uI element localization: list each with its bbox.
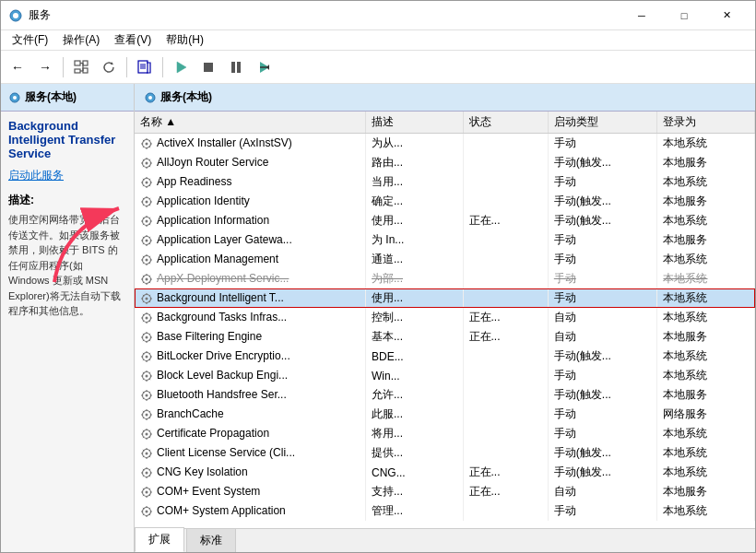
maximize-button[interactable]: □ bbox=[663, 1, 705, 30]
service-name-cell: ActiveX Installer (AxInstSV) bbox=[135, 134, 366, 154]
service-gear-icon bbox=[140, 137, 153, 150]
tab-extend[interactable]: 扩展 bbox=[135, 527, 184, 552]
play-button[interactable] bbox=[168, 54, 194, 80]
left-panel: 服务(本地) Background Intelligent Transfer S… bbox=[1, 84, 135, 552]
table-row[interactable]: AppX Deployment Servic... 为部... 手动 本地系统 bbox=[135, 269, 755, 288]
table-row[interactable]: Bluetooth Handsfree Ser... 允许... 手动(触发..… bbox=[135, 385, 755, 405]
service-startup-cell: 手动 bbox=[548, 424, 657, 443]
menu-file[interactable]: 文件(F) bbox=[5, 30, 55, 50]
service-name-cell: CNG Key Isolation bbox=[135, 463, 366, 482]
right-panel-title: 服务(本地) bbox=[160, 89, 212, 105]
service-status-cell bbox=[463, 269, 548, 288]
service-desc-cell: CNG... bbox=[366, 463, 463, 482]
service-status-cell: 正在... bbox=[463, 211, 548, 230]
service-status-cell: 正在... bbox=[463, 327, 548, 347]
service-gear-icon bbox=[140, 157, 153, 170]
close-button[interactable]: ✕ bbox=[705, 1, 748, 30]
show-tree-button[interactable] bbox=[68, 54, 94, 80]
col-header-login[interactable]: 登录为 bbox=[657, 112, 755, 134]
service-desc-cell: 为从... bbox=[366, 134, 463, 154]
service-startup-cell: 手动 bbox=[548, 288, 657, 308]
service-name-cell: Certificate Propagation bbox=[135, 424, 366, 443]
table-row[interactable]: ActiveX Installer (AxInstSV) 为从... 手动 本地… bbox=[135, 134, 755, 154]
table-row[interactable]: COM+ Event System 支持... 正在... 自动 本地服务 bbox=[135, 482, 755, 501]
col-header-name[interactable]: 名称 ▲ bbox=[135, 112, 366, 134]
service-login-cell: 本地系统 bbox=[657, 424, 755, 443]
table-row[interactable]: Certificate Propagation 将用... 手动 本地系统 bbox=[135, 424, 755, 443]
table-row[interactable]: Client License Service (Cli... 提供... 手动(… bbox=[135, 443, 755, 463]
app-icon bbox=[8, 8, 23, 23]
service-status-cell bbox=[463, 366, 548, 385]
service-name-cell: AppX Deployment Servic... bbox=[135, 269, 366, 288]
service-startup-cell: 手动(触发... bbox=[548, 192, 657, 211]
export-button[interactable] bbox=[132, 54, 158, 80]
col-header-desc[interactable]: 描述 bbox=[366, 112, 463, 134]
svg-point-166 bbox=[146, 413, 148, 416]
service-startup-cell: 手动(触发... bbox=[548, 463, 657, 482]
svg-point-76 bbox=[146, 239, 148, 241]
service-name-cell: BitLocker Drive Encryptio... bbox=[135, 347, 366, 366]
table-row[interactable]: BitLocker Drive Encryptio... BDE... 手动(触… bbox=[135, 347, 755, 366]
table-row[interactable]: Application Information 使用... 正在... 手动(触… bbox=[135, 211, 755, 230]
service-status-cell bbox=[463, 288, 548, 308]
table-row[interactable]: BranchCache 此服... 手动 网络服务 bbox=[135, 405, 755, 424]
refresh-icon bbox=[101, 60, 116, 75]
service-gear-icon bbox=[140, 447, 153, 460]
service-gear-icon bbox=[140, 466, 153, 479]
service-startup-cell: 手动 bbox=[548, 230, 657, 250]
service-desc-cell: 当用... bbox=[366, 172, 463, 192]
services-icon-left bbox=[8, 91, 21, 104]
service-name-cell: Background Tasks Infras... bbox=[135, 308, 366, 327]
table-row[interactable]: Base Filtering Engine 基本... 正在... 自动 本地服… bbox=[135, 327, 755, 347]
service-desc-cell: 路由... bbox=[366, 153, 463, 172]
svg-point-196 bbox=[146, 471, 148, 474]
back-button[interactable]: ← bbox=[5, 54, 30, 80]
table-row[interactable]: COM+ System Application 管理... 手动 本地系统 bbox=[135, 501, 755, 521]
refresh-button[interactable] bbox=[96, 54, 122, 80]
table-row[interactable]: Background Tasks Infras... 控制... 正在... 自… bbox=[135, 308, 755, 327]
service-status-cell bbox=[463, 501, 548, 521]
start-service-link[interactable]: 启动此服务 bbox=[8, 168, 126, 183]
service-desc-cell: 支持... bbox=[366, 482, 463, 501]
svg-point-186 bbox=[146, 452, 148, 454]
tab-standard[interactable]: 标准 bbox=[186, 528, 236, 552]
pause-button[interactable] bbox=[223, 54, 249, 80]
forward-button[interactable]: → bbox=[32, 54, 58, 80]
services-table[interactable]: 名称 ▲ 描述 状态 启动类型 bbox=[135, 112, 755, 528]
table-row[interactable]: Application Management 通道... 手动 本地系统 bbox=[135, 250, 755, 269]
svg-rect-8 bbox=[83, 68, 88, 73]
table-row[interactable]: AllJoyn Router Service 路由... 手动(触发... 本地… bbox=[135, 153, 755, 172]
desc-label: 描述: bbox=[8, 193, 126, 208]
menu-action[interactable]: 操作(A) bbox=[55, 30, 107, 50]
table-row[interactable]: Block Level Backup Engi... Win... 手动 本地系… bbox=[135, 366, 755, 385]
col-header-startup[interactable]: 启动类型 bbox=[548, 112, 657, 134]
table-row[interactable]: Application Identity 确定... 手动(触发... 本地服务 bbox=[135, 192, 755, 211]
service-desc-cell: 管理... bbox=[366, 501, 463, 521]
service-login-cell: 本地系统 bbox=[657, 501, 755, 521]
svg-point-176 bbox=[146, 432, 148, 435]
minimize-button[interactable]: ─ bbox=[620, 1, 663, 30]
service-login-cell: 本地服务 bbox=[657, 327, 755, 347]
svg-rect-2 bbox=[75, 61, 80, 65]
service-gear-icon bbox=[140, 350, 153, 363]
right-panel-header: 服务(本地) bbox=[135, 84, 755, 112]
table-row[interactable]: CNG Key Isolation CNG... 正在... 手动(触发... … bbox=[135, 463, 755, 482]
service-startup-cell: 手动(触发... bbox=[548, 443, 657, 463]
col-header-status[interactable]: 状态 bbox=[463, 112, 548, 134]
service-login-cell: 本地系统 bbox=[657, 443, 755, 463]
table-row[interactable]: App Readiness 当用... 手动 本地系统 bbox=[135, 172, 755, 192]
svg-point-46 bbox=[146, 181, 148, 183]
svg-rect-15 bbox=[231, 62, 235, 73]
title-bar-label: 服务 bbox=[29, 7, 620, 23]
service-status-cell: 正在... bbox=[463, 482, 548, 501]
stop-button[interactable] bbox=[195, 54, 221, 80]
table-row[interactable]: Application Layer Gatewa... 为 In... 手动 本… bbox=[135, 230, 755, 250]
menu-help[interactable]: 帮助(H) bbox=[159, 30, 211, 50]
service-name-cell: Bluetooth Handsfree Ser... bbox=[135, 385, 366, 405]
service-name-cell: Application Layer Gatewa... bbox=[135, 230, 366, 250]
restart-button[interactable] bbox=[251, 54, 277, 80]
service-status-cell bbox=[463, 347, 548, 366]
menu-view[interactable]: 查看(V) bbox=[107, 30, 159, 50]
svg-point-26 bbox=[146, 142, 148, 145]
table-row[interactable]: Background Intelligent T... 使用... 手动 本地系… bbox=[135, 288, 755, 308]
